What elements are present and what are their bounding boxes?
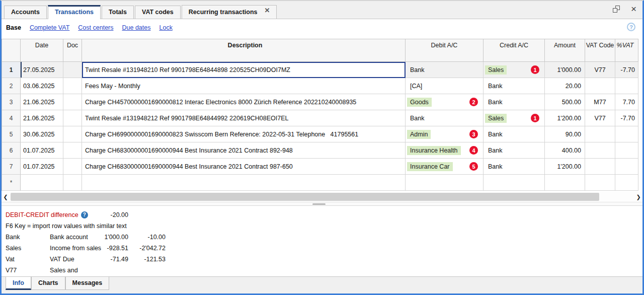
- credit-cell[interactable]: Bank: [484, 142, 545, 159]
- credit-cell[interactable]: Bank: [484, 94, 545, 110]
- debit-cell[interactable]: Bank: [406, 62, 484, 78]
- scrollbar-track[interactable]: [10, 193, 634, 201]
- header-debit[interactable]: Debit A/C: [406, 39, 484, 62]
- date-cell[interactable]: 21.06.2025: [21, 110, 63, 126]
- description-cell[interactable]: Twint Resale #131948212 Ref 9901798E6484…: [82, 110, 406, 126]
- date-cell[interactable]: 27.05.2025: [21, 62, 63, 78]
- corner-header-cell[interactable]: [2, 39, 21, 62]
- credit-cell[interactable]: Bank: [484, 126, 545, 142]
- vat-pct-cell[interactable]: [615, 159, 638, 175]
- debit-cell[interactable]: [406, 175, 484, 191]
- amount-cell[interactable]: 1'000.00: [545, 62, 585, 78]
- view-complete-vat-link[interactable]: Complete VAT: [30, 24, 69, 31]
- debit-cell[interactable]: Insurance Health4: [406, 142, 484, 159]
- tab-transactions[interactable]: Transactions: [48, 5, 101, 19]
- amount-cell[interactable]: 1'200.00: [545, 159, 585, 175]
- row-number[interactable]: 6: [2, 142, 21, 159]
- view-base[interactable]: Base: [6, 24, 21, 31]
- row-number[interactable]: 5: [2, 126, 21, 142]
- credit-cell[interactable]: [484, 175, 545, 191]
- restore-window-icon[interactable]: [613, 6, 620, 13]
- vat-pct-cell[interactable]: [615, 78, 638, 94]
- description-cell[interactable]: Charge CH4570000001690000812 Interac Ele…: [82, 94, 406, 110]
- date-cell[interactable]: [21, 175, 63, 191]
- credit-cell[interactable]: Bank: [484, 159, 545, 175]
- vat-pct-cell[interactable]: 7.70: [615, 94, 638, 110]
- description-cell[interactable]: Fees May - Monthly: [82, 78, 406, 94]
- credit-cell[interactable]: Sales1: [484, 62, 545, 78]
- tab-accounts[interactable]: Accounts: [4, 6, 47, 19]
- vat-pct-cell[interactable]: [615, 175, 638, 191]
- vat-code-cell[interactable]: V77: [585, 110, 615, 126]
- splitter-handle-icon[interactable]: [312, 203, 326, 205]
- description-cell[interactable]: Charge CH6830000001690000944 Best Insura…: [82, 159, 406, 175]
- amount-cell[interactable]: 90.00: [545, 126, 585, 142]
- amount-cell[interactable]: 1'200.00: [545, 110, 585, 126]
- tab-vat-codes[interactable]: VAT codes: [135, 6, 181, 19]
- debit-cell[interactable]: Bank: [406, 110, 484, 126]
- doc-cell[interactable]: [63, 78, 82, 94]
- description-cell-focused[interactable]: Twint Resale #131948210 Ref 9901798E6484…: [82, 62, 406, 78]
- tab-charts[interactable]: Charts: [31, 277, 65, 290]
- vat-pct-cell[interactable]: -7.70: [615, 110, 638, 126]
- doc-cell[interactable]: [63, 94, 82, 110]
- doc-cell[interactable]: [63, 142, 82, 159]
- date-cell[interactable]: 30.06.2025: [21, 126, 63, 142]
- tab-totals[interactable]: Totals: [102, 6, 134, 19]
- description-cell[interactable]: Charge CH6990000001690000823 Swisscom Be…: [82, 126, 406, 142]
- row-number[interactable]: 1: [2, 62, 21, 78]
- row-number[interactable]: 4: [2, 110, 21, 126]
- doc-cell[interactable]: [63, 175, 82, 191]
- scrollbar-thumb[interactable]: [11, 193, 599, 201]
- description-cell[interactable]: Charge CH6830000001690000944 Best Insura…: [82, 142, 406, 159]
- row-number[interactable]: 3: [2, 94, 21, 110]
- horizontal-scrollbar[interactable]: ❮ ❯: [2, 192, 642, 202]
- row-number-star[interactable]: *: [2, 175, 21, 191]
- vat-code-cell[interactable]: V77: [585, 62, 615, 78]
- date-cell[interactable]: 21.06.2025: [21, 94, 63, 110]
- debit-cell[interactable]: Admin3: [406, 126, 484, 142]
- header-amount[interactable]: Amount: [545, 39, 585, 62]
- debit-cell[interactable]: Goods2: [406, 94, 484, 110]
- vat-code-cell[interactable]: [585, 175, 615, 191]
- date-cell[interactable]: 01.07.2025: [21, 142, 63, 159]
- amount-cell[interactable]: 500.00: [545, 94, 585, 110]
- tab-close-icon[interactable]: ✕: [265, 7, 270, 14]
- tab-recurring-transactions[interactable]: Recurring transactions✕: [182, 5, 277, 19]
- vat-code-cell[interactable]: [585, 78, 615, 94]
- header-vat-code[interactable]: VAT Code: [585, 39, 615, 62]
- header-doc[interactable]: Doc: [63, 39, 82, 62]
- amount-cell[interactable]: 20.00: [545, 78, 585, 94]
- doc-cell[interactable]: [63, 110, 82, 126]
- header-description[interactable]: Description: [82, 39, 406, 62]
- vat-code-cell[interactable]: [585, 159, 615, 175]
- scroll-left-icon[interactable]: ❮: [2, 194, 10, 200]
- vat-pct-cell[interactable]: [615, 142, 638, 159]
- debit-cell[interactable]: [CA]: [406, 78, 484, 94]
- description-cell[interactable]: [82, 175, 406, 191]
- vat-pct-cell[interactable]: [615, 126, 638, 142]
- credit-cell[interactable]: Sales1: [484, 110, 545, 126]
- credit-cell[interactable]: Bank: [484, 78, 545, 94]
- panel-splitter[interactable]: [2, 202, 642, 206]
- tab-messages[interactable]: Messages: [65, 277, 110, 290]
- debit-cell[interactable]: Insurance Car5: [406, 159, 484, 175]
- vat-code-cell[interactable]: M77: [585, 94, 615, 110]
- date-cell[interactable]: 01.07.2025: [21, 159, 63, 175]
- row-number[interactable]: 2: [2, 78, 21, 94]
- doc-cell[interactable]: [63, 159, 82, 175]
- amount-cell[interactable]: 400.00: [545, 142, 585, 159]
- vat-pct-cell[interactable]: -7.70: [615, 62, 638, 78]
- vat-code-cell[interactable]: [585, 142, 615, 159]
- scroll-right-icon[interactable]: ❯: [634, 194, 642, 200]
- header-date[interactable]: Date: [21, 39, 63, 62]
- difference-help-icon[interactable]: ?: [81, 211, 88, 218]
- view-due-dates-link[interactable]: Due dates: [122, 24, 151, 31]
- row-number[interactable]: 7: [2, 159, 21, 175]
- view-lock-link[interactable]: Lock: [159, 24, 172, 31]
- view-cost-centers-link[interactable]: Cost centers: [78, 24, 113, 31]
- header-vat-pct[interactable]: %VAT: [615, 39, 638, 62]
- amount-cell[interactable]: [545, 175, 585, 191]
- date-cell[interactable]: 03.06.2025: [21, 78, 63, 94]
- doc-cell[interactable]: [63, 126, 82, 142]
